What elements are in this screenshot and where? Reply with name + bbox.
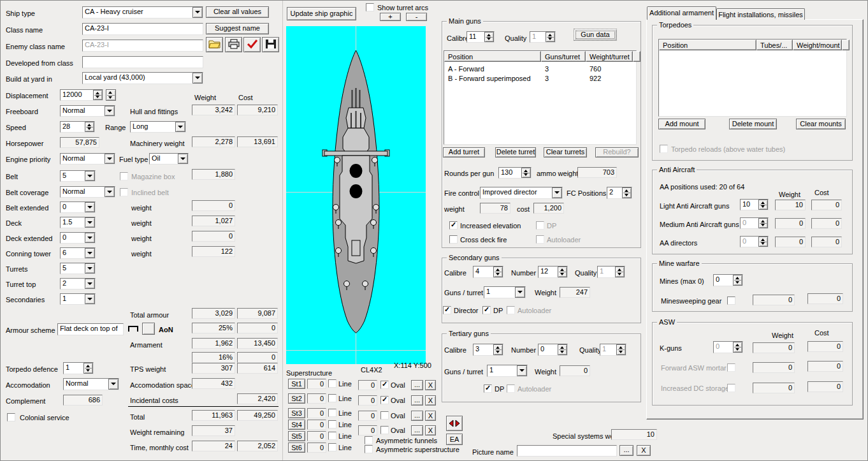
zoom-in-button[interactable]: +: [380, 13, 401, 21]
check-design-button[interactable]: [243, 37, 261, 52]
gun-data-button[interactable]: Gun data: [574, 29, 617, 41]
chevron-down-icon[interactable]: [85, 294, 95, 304]
oval4-browse-button[interactable]: ...: [411, 425, 423, 435]
chevron-down-icon[interactable]: [105, 106, 115, 116]
mines-spinner[interactable]: 0: [713, 274, 743, 286]
zoom-out-button[interactable]: -: [406, 13, 427, 21]
chevron-down-icon[interactable]: [517, 365, 527, 376]
st3-line-checkbox[interactable]: [328, 409, 336, 417]
spinner-buttons[interactable]: [85, 122, 94, 132]
add-turret-button[interactable]: Add turret: [443, 147, 485, 157]
column-header-position[interactable]: Position: [444, 51, 541, 62]
oval4-delete-button[interactable]: X: [425, 425, 436, 435]
spinner-buttons[interactable]: [493, 344, 503, 355]
freeboard-dropdown[interactable]: Normal: [60, 105, 115, 117]
clear-mounts-button[interactable]: Clear mounts: [796, 119, 846, 129]
column-header-weight-per-mount[interactable]: Weight/mount: [793, 40, 842, 50]
clear-all-values-button[interactable]: Clear all values: [206, 6, 269, 18]
secondary-guns-turret-dropdown[interactable]: 1: [484, 286, 526, 298]
oval4-checkbox[interactable]: [380, 426, 389, 434]
chevron-down-icon[interactable]: [85, 217, 95, 228]
build-yard-dropdown[interactable]: Local yard (43,000): [82, 72, 203, 84]
suggest-name-button[interactable]: Suggest name: [206, 23, 269, 34]
tertiary-dp-checkbox[interactable]: [484, 384, 492, 393]
chevron-down-icon[interactable]: [178, 154, 188, 164]
st1-button[interactable]: St1: [288, 379, 305, 389]
turret-row-guns[interactable]: 3: [545, 65, 549, 73]
spinner-buttons[interactable]: [83, 363, 93, 374]
spinner-buttons[interactable]: [521, 168, 531, 178]
st6-line-checkbox[interactable]: [328, 443, 336, 451]
main-calibre-spinner[interactable]: 11: [467, 31, 495, 43]
ship-type-dropdown[interactable]: CA - Heavy cruiser: [82, 6, 203, 18]
update-ship-graphic-button[interactable]: Update ship graphic: [287, 7, 356, 20]
displacement-spinner[interactable]: 12000: [60, 89, 103, 101]
save-button[interactable]: [262, 37, 279, 52]
spinner-buttons[interactable]: [493, 267, 503, 277]
spinner-buttons[interactable]: [558, 344, 567, 355]
belt-extended-dropdown[interactable]: 0: [60, 201, 96, 213]
picture-name-input[interactable]: [517, 445, 617, 457]
oval2-browse-button[interactable]: ...: [411, 395, 423, 406]
oval3-browse-button[interactable]: ...: [411, 411, 423, 421]
secondary-director-checkbox[interactable]: [443, 306, 451, 314]
ea-button[interactable]: EA: [446, 434, 463, 445]
turret-row-position[interactable]: B - Forward superimposed: [448, 75, 531, 83]
chevron-down-icon[interactable]: [552, 187, 562, 198]
secondaries-dropdown[interactable]: 1: [60, 293, 96, 305]
tertiary-guns-turret-dropdown[interactable]: 1: [487, 365, 528, 377]
spinner-buttons[interactable]: [484, 32, 494, 42]
turrets-dropdown[interactable]: 5: [60, 263, 96, 274]
conning-tower-dropdown[interactable]: 6: [60, 247, 96, 259]
open-file-button[interactable]: [206, 37, 223, 52]
oval2-delete-button[interactable]: X: [425, 395, 436, 406]
column-header-position[interactable]: Position: [659, 40, 756, 50]
light-aa-spinner[interactable]: 10: [740, 199, 769, 210]
turret-row-weight[interactable]: 760: [590, 65, 601, 73]
st6-button[interactable]: St6: [288, 443, 305, 453]
st5-button[interactable]: St5: [288, 431, 305, 441]
turret-top-dropdown[interactable]: 2: [60, 278, 96, 289]
fc-positions-spinner[interactable]: 2: [607, 187, 632, 199]
picture-browse-button[interactable]: ...: [619, 445, 633, 456]
secondary-dp-checkbox[interactable]: [482, 306, 491, 314]
asymmetric-superstructure-checkbox[interactable]: [365, 445, 373, 453]
chevron-down-icon[interactable]: [85, 202, 95, 212]
colonial-service-checkbox[interactable]: [7, 413, 15, 421]
oval1-checkbox[interactable]: [380, 381, 389, 389]
column-header-guns-per-turret[interactable]: Guns/turret: [541, 51, 586, 62]
ship-graphic-canvas[interactable]: [286, 26, 426, 364]
main-guns-table[interactable]: Position Guns/turret Weight/turret A - F…: [444, 50, 637, 145]
spinner-buttons[interactable]: [733, 275, 742, 286]
cross-deck-fire-checkbox[interactable]: [449, 235, 458, 244]
turret-row-weight[interactable]: 922: [590, 75, 601, 83]
add-mount-button[interactable]: Add mount: [658, 119, 705, 129]
chevron-down-icon[interactable]: [85, 233, 95, 243]
increased-elevation-checkbox[interactable]: [449, 221, 458, 230]
column-header-weight-per-turret[interactable]: Weight/turret: [586, 51, 633, 62]
chevron-down-icon[interactable]: [192, 73, 203, 84]
fuel-type-dropdown[interactable]: Oil: [149, 153, 189, 165]
st1-line-checkbox[interactable]: [328, 379, 336, 388]
oval3-delete-button[interactable]: X: [425, 411, 436, 421]
oval3-checkbox[interactable]: [380, 411, 389, 420]
delete-mount-button[interactable]: Delete mount: [729, 119, 777, 129]
secondary-calibre-spinner[interactable]: 4: [473, 266, 503, 278]
developed-from-input[interactable]: [82, 56, 203, 68]
belt-coverage-dropdown[interactable]: Normal: [60, 186, 115, 198]
st2-button[interactable]: St2: [288, 393, 305, 404]
tab-additional-armament[interactable]: Additional armament: [647, 6, 716, 20]
show-turret-arcs-checkbox[interactable]: [366, 3, 374, 11]
class-name-input[interactable]: CA-23-I: [82, 23, 203, 35]
deck-extended-dropdown[interactable]: 0: [60, 232, 96, 244]
tab-flight-installations[interactable]: Flight installations, missiles: [716, 8, 805, 20]
secondary-number-spinner[interactable]: 12: [538, 266, 568, 278]
st3-button[interactable]: St3: [288, 408, 305, 418]
torpedo-defence-spinner[interactable]: 1: [63, 362, 94, 374]
tertiary-calibre-spinner[interactable]: 3: [473, 344, 503, 356]
spinner-buttons[interactable]: [758, 200, 768, 210]
oval1-browse-button[interactable]: ...: [411, 380, 423, 390]
print-button[interactable]: [225, 37, 242, 52]
turret-row-guns[interactable]: 3: [545, 75, 549, 83]
chevron-down-icon[interactable]: [105, 187, 115, 197]
